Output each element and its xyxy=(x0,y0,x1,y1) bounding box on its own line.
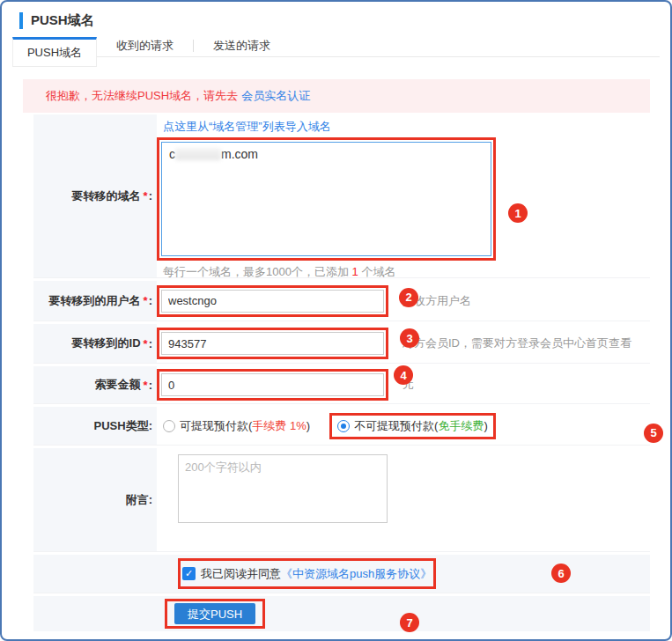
radio-withdrawable[interactable]: 可提现预付款(手续费 1%) xyxy=(163,418,310,434)
title-accent-bar xyxy=(19,12,23,29)
radio-non-withdrawable-circle[interactable] xyxy=(337,420,350,432)
form-row-username: 要转移到的用户名*: 2 接收方用户名 xyxy=(33,281,650,321)
form-row-submit: 提交PUSH 7 xyxy=(33,596,650,631)
alert-text: 很抱歉，无法继续PUSH域名，请先去 xyxy=(46,88,238,104)
page-title: PUSH域名 xyxy=(31,12,94,29)
radio-non-withdrawable[interactable]: 不可提现预付款(免手续费) xyxy=(334,417,491,435)
free-fee-note: 免手续费 xyxy=(438,418,484,434)
annotation-box-6: ✓ 我已阅读并同意 《中资源域名push服务协议》 6 xyxy=(178,558,436,589)
form-row-userid: 要转移到的ID*: 3 对方会员ID，需要对方登录会员中心首页查看 xyxy=(33,324,650,364)
annotation-7: 7 xyxy=(400,613,419,632)
form-row-memo: 附言: xyxy=(33,448,650,552)
userid-label: 要转移到的ID*: xyxy=(33,324,157,363)
domain-value-prefix: c xyxy=(169,147,175,161)
push-service-agreement-link[interactable]: 《中资源域名push服务协议》 xyxy=(281,566,432,582)
domain-label: 要转移的域名*: xyxy=(33,114,157,277)
domain-count-hint: 每行一个域名，最多1000个，已添加 1 个域名 xyxy=(163,264,395,280)
agreement-text: 我已阅读并同意 xyxy=(201,566,281,582)
push-form: 要转移的域名*: 点这里从“域名管理”列表导入域名 cm.com 1 每行一个域… xyxy=(33,114,650,631)
annotation-2: 2 xyxy=(399,288,418,307)
annotation-3: 3 xyxy=(400,328,419,348)
submit-push-button[interactable]: 提交PUSH xyxy=(174,603,255,624)
annotation-box-4: 4 xyxy=(157,369,388,401)
annotation-4: 4 xyxy=(394,365,413,385)
radio-withdrawable-circle[interactable] xyxy=(163,420,175,432)
blurred-domain-segment xyxy=(175,148,221,160)
tab-sent-requests[interactable]: 发送的请求 xyxy=(194,37,290,57)
memo-label: 附言: xyxy=(33,448,157,551)
annotation-box-5: 不可提现预付款(免手续费) 5 xyxy=(329,413,496,439)
fee-note: 手续费 1% xyxy=(252,418,306,434)
annotation-box-2: 2 xyxy=(157,285,388,317)
form-row-amount: 索要金额*: 4 元 xyxy=(33,366,650,404)
tab-bar: PUSH域名 收到的请求 发送的请求 xyxy=(12,37,660,57)
annotation-box-7: 提交PUSH 7 xyxy=(165,599,265,629)
memo-textarea[interactable] xyxy=(178,454,388,523)
realname-warning-alert: 很抱歉，无法继续PUSH域名，请先去 会员实名认证 xyxy=(23,79,650,113)
annotation-1: 1 xyxy=(508,203,528,223)
annotation-5: 5 xyxy=(644,424,663,443)
annotation-box-3: 3 xyxy=(157,328,388,359)
tab-push-domain[interactable]: PUSH域名 xyxy=(12,37,97,67)
import-domains-link[interactable]: 点这里从“域名管理”列表导入域名 xyxy=(163,119,331,135)
realname-verify-link[interactable]: 会员实名认证 xyxy=(241,88,310,104)
userid-hint: 对方会员ID，需要对方登录会员中心首页查看 xyxy=(402,335,631,351)
amount-label: 索要金额*: xyxy=(33,366,157,403)
tab-received-requests[interactable]: 收到的请求 xyxy=(97,37,193,57)
form-row-push-type: PUSH类型: 可提现预付款(手续费 1%) 不可提现预付款(免手续费) 5 xyxy=(33,407,650,446)
annotation-box-1: cm.com 1 xyxy=(157,137,496,261)
username-label: 要转移到的用户名*: xyxy=(33,281,157,320)
username-input[interactable] xyxy=(161,290,384,313)
domain-textarea[interactable]: cm.com xyxy=(161,142,491,256)
domain-value-suffix: m.com xyxy=(221,147,258,161)
added-count: 1 xyxy=(352,265,358,278)
annotation-6: 6 xyxy=(551,564,571,583)
agreement-checkbox[interactable]: ✓ xyxy=(182,567,196,580)
page-header: PUSH域名 xyxy=(2,2,670,29)
userid-input[interactable] xyxy=(161,332,384,355)
push-type-label: PUSH类型: xyxy=(33,407,157,445)
form-row-domain: 要转移的域名*: 点这里从“域名管理”列表导入域名 cm.com 1 每行一个域… xyxy=(33,114,650,278)
push-domain-page: PUSH域名 PUSH域名 收到的请求 发送的请求 很抱歉，无法继续PUSH域名… xyxy=(0,0,672,641)
amount-input[interactable] xyxy=(161,373,384,396)
form-row-agreement: ✓ 我已阅读并同意 《中资源域名push服务协议》 6 xyxy=(33,555,650,593)
